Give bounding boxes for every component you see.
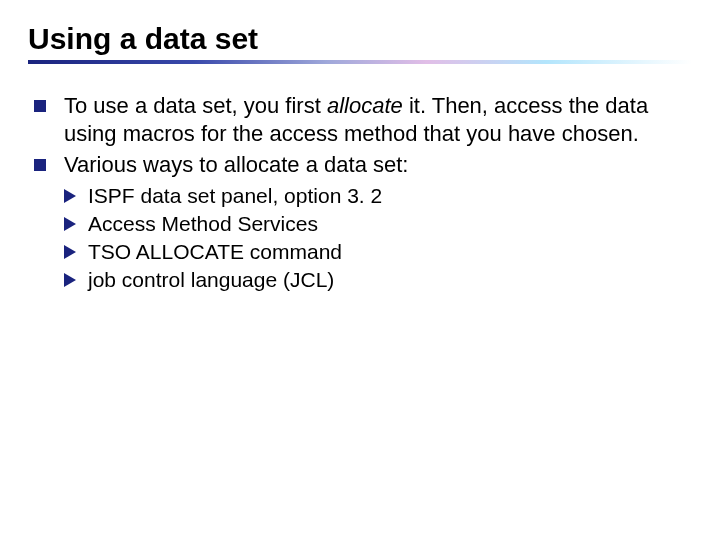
square-bullet-icon bbox=[34, 100, 46, 112]
triangle-bullet-icon bbox=[64, 217, 76, 231]
sub-bullet-text: Access Method Services bbox=[88, 211, 318, 237]
bullet-text: Various ways to allocate a data set: bbox=[64, 151, 692, 179]
bullet-item: To use a data set, you first allocate it… bbox=[34, 92, 692, 147]
sub-bullet-text: ISPF data set panel, option 3. 2 bbox=[88, 183, 382, 209]
bullet-text: To use a data set, you first allocate it… bbox=[64, 92, 692, 147]
sub-bullet-item: ISPF data set panel, option 3. 2 bbox=[64, 183, 692, 209]
triangle-bullet-icon bbox=[64, 273, 76, 287]
main-bullet-list: To use a data set, you first allocate it… bbox=[28, 92, 692, 179]
sub-bullet-item: TSO ALLOCATE command bbox=[64, 239, 692, 265]
sub-bullet-text: TSO ALLOCATE command bbox=[88, 239, 342, 265]
triangle-bullet-icon bbox=[64, 189, 76, 203]
bullet-item: Various ways to allocate a data set: bbox=[34, 151, 692, 179]
triangle-bullet-icon bbox=[64, 245, 76, 259]
sub-bullet-text: job control language (JCL) bbox=[88, 267, 334, 293]
bullet-text-pre: To use a data set, you first bbox=[64, 93, 327, 118]
slide-container: Using a data set To use a data set, you … bbox=[0, 0, 720, 294]
bullet-text-emph: allocate bbox=[327, 93, 403, 118]
sub-bullet-list: ISPF data set panel, option 3. 2 Access … bbox=[28, 183, 692, 294]
square-bullet-icon bbox=[34, 159, 46, 171]
title-underline bbox=[28, 60, 692, 64]
slide-title: Using a data set bbox=[28, 22, 692, 56]
sub-bullet-item: job control language (JCL) bbox=[64, 267, 692, 293]
sub-bullet-item: Access Method Services bbox=[64, 211, 692, 237]
